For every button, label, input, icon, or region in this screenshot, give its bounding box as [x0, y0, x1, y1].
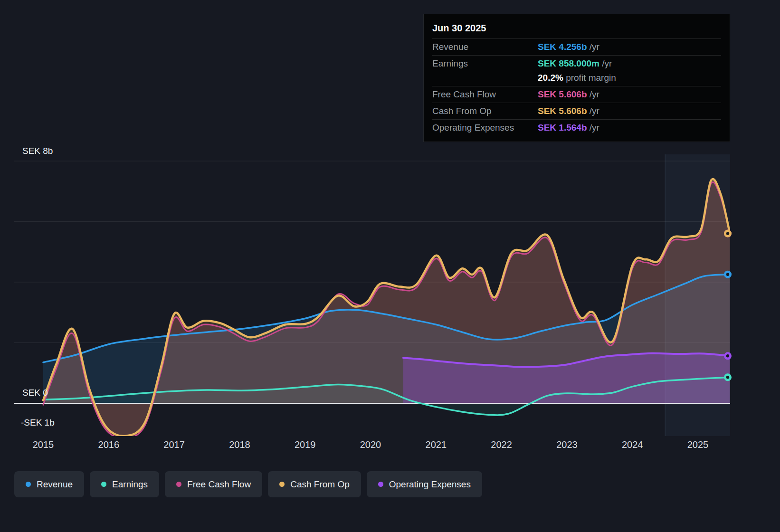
- tooltip-row-label: Cash From Op: [432, 106, 538, 116]
- tooltip-row-earnings: EarningsSEK 858.000m /yr20.2% profit mar…: [432, 55, 721, 86]
- x-axis-tick: 2015: [33, 439, 54, 450]
- tooltip-date: Jun 30 2025: [432, 19, 721, 38]
- tooltip-row-label: Earnings: [432, 58, 538, 69]
- y-axis-label-0: SEK 0: [22, 388, 48, 398]
- tooltip-row-value: SEK 5.606b /yr: [538, 106, 721, 116]
- legend-label: Operating Expenses: [389, 479, 471, 490]
- tooltip-card: Jun 30 2025 RevenueSEK 4.256b /yrEarning…: [423, 14, 730, 142]
- x-axis-tick: 2019: [295, 439, 316, 450]
- tooltip-row-value: SEK 4.256b /yr: [538, 42, 721, 52]
- legend-label: Free Cash Flow: [187, 479, 251, 490]
- tooltip-row-free-cash-flow: Free Cash FlowSEK 5.606b /yr: [432, 86, 721, 103]
- legend-dot-operating-expenses: [378, 482, 383, 487]
- x-axis-tick: 2021: [426, 439, 447, 450]
- endpoint-center-earnings: [726, 376, 729, 379]
- legend-item-earnings[interactable]: Earnings: [90, 471, 159, 497]
- legend-label: Cash From Op: [290, 479, 350, 490]
- profit-margin-note: 20.2% profit margin: [538, 73, 721, 83]
- legend-item-cash-from-op[interactable]: Cash From Op: [268, 471, 361, 497]
- x-axis-tick: 2018: [229, 439, 250, 450]
- tooltip-row-operating-expenses: Operating ExpensesSEK 1.564b /yr: [432, 119, 721, 136]
- legend-dot-revenue: [26, 482, 31, 487]
- x-axis-tick: 2020: [360, 439, 381, 450]
- endpoint-center-operating-expenses: [726, 354, 729, 357]
- legend-dot-cash-from-op: [279, 482, 285, 487]
- tooltip-rows: RevenueSEK 4.256b /yrEarningsSEK 858.000…: [432, 38, 721, 136]
- legend-label: Revenue: [37, 479, 73, 490]
- x-axis-tick: 2024: [622, 439, 643, 450]
- tooltip-row-value: SEK 858.000m /yr20.2% profit margin: [538, 58, 721, 83]
- tooltip-row-revenue: RevenueSEK 4.256b /yr: [432, 38, 721, 55]
- endpoint-center-revenue: [726, 273, 729, 276]
- legend-item-operating-expenses[interactable]: Operating Expenses: [367, 471, 482, 497]
- app-root: { "tooltip": { "date": "Jun 30 2025", "r…: [0, 0, 780, 532]
- legend-label: Earnings: [112, 479, 148, 490]
- x-axis-tick: 2023: [556, 439, 578, 450]
- tooltip-row-label: Revenue: [432, 42, 538, 52]
- tooltip-row-value: SEK 5.606b /yr: [538, 89, 721, 100]
- legend-item-free-cash-flow[interactable]: Free Cash Flow: [165, 471, 262, 497]
- tooltip-row-label: Free Cash Flow: [432, 89, 538, 100]
- y-axis-label-neg1b: -SEK 1b: [21, 418, 55, 428]
- x-axis: 2015201620172018201920202021202220232024…: [0, 439, 780, 455]
- tooltip-row-label: Operating Expenses: [432, 123, 538, 133]
- legend-dot-earnings: [101, 482, 106, 487]
- tooltip-row-value: SEK 1.564b /yr: [538, 123, 721, 133]
- legend: RevenueEarningsFree Cash FlowCash From O…: [14, 471, 482, 497]
- x-axis-tick: 2025: [687, 439, 709, 450]
- tooltip-row-cash-from-op: Cash From OpSEK 5.606b /yr: [432, 103, 721, 119]
- x-axis-tick: 2017: [163, 439, 185, 450]
- y-axis-label-8b: SEK 8b: [22, 146, 53, 156]
- legend-item-revenue[interactable]: Revenue: [14, 471, 84, 497]
- x-axis-tick: 2022: [491, 439, 512, 450]
- legend-dot-free-cash-flow: [176, 482, 181, 487]
- endpoint-center-cash-from-op: [726, 232, 729, 235]
- x-axis-tick: 2016: [98, 439, 120, 450]
